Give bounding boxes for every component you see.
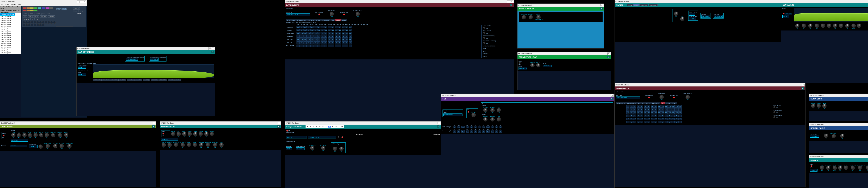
- close-button[interactable]: ×: [608, 52, 610, 55]
- color-button[interactable]: [34, 10, 37, 11]
- seq-cell[interactable]: 0: [647, 121, 650, 123]
- seq-cell[interactable]: 100: [647, 105, 650, 108]
- knob-hicut1[interactable]: [162, 143, 166, 147]
- eq2-on-select[interactable]: ON: [782, 15, 789, 18]
- seq-cell[interactable]: 0: [664, 115, 668, 117]
- seq-cell[interactable]: 100: [675, 105, 678, 108]
- seq-cell[interactable]: -24: [331, 29, 334, 31]
- seq-cell[interactable]: -24: [338, 29, 341, 31]
- seq-cell[interactable]: 0: [668, 115, 671, 117]
- seq-step[interactable]: [34, 24, 36, 26]
- assign-num[interactable]: 8: [328, 126, 331, 127]
- seq-step[interactable]: [39, 21, 42, 24]
- knob-hidamp2[interactable]: [199, 143, 203, 147]
- minimize-button[interactable]: —: [77, 1, 80, 3]
- seq-cell[interactable]: 100: [668, 111, 671, 114]
- color-button[interactable]: [30, 7, 34, 9]
- master-tab-patchmidi[interactable]: Patch Midi: [640, 4, 648, 6]
- seq-cell[interactable]: 0: [640, 108, 643, 111]
- seq-cell[interactable]: 100: [345, 32, 348, 35]
- seq-cell[interactable]: 0: [630, 115, 633, 117]
- seq-cell[interactable]: 100: [321, 38, 324, 41]
- chain-tab[interactable]: ALT TUNE: [637, 102, 645, 104]
- seq-cell[interactable]: 0: [345, 41, 348, 44]
- seq-cell[interactable]: 0: [672, 121, 675, 123]
- seq-cell[interactable]: 0: [633, 115, 637, 117]
- knob-time1[interactable]: [177, 132, 181, 136]
- harmony-cell[interactable]: +C: [474, 130, 477, 133]
- knob-predelay[interactable]: [826, 166, 830, 170]
- seq-cell[interactable]: [314, 44, 317, 47]
- seq-cell[interactable]: 100: [658, 105, 661, 108]
- reverb-type-select[interactable]: PLATE: [810, 169, 817, 172]
- knob-release[interactable]: [529, 15, 533, 19]
- seq-cell[interactable]: 100: [664, 111, 668, 114]
- patch-item[interactable]: U02-3 Init patch: [0, 27, 21, 29]
- seq-cell[interactable]: 100: [349, 32, 352, 35]
- seq-cell[interactable]: 100: [310, 38, 313, 41]
- knob-directlvl[interactable]: [213, 143, 217, 147]
- seq-cell[interactable]: 100: [672, 105, 675, 108]
- patch-item[interactable]: U04-2 Init patch: [0, 40, 21, 42]
- seq-cell[interactable]: 0: [310, 35, 313, 38]
- inst-level-knob[interactable]: [686, 95, 690, 99]
- knob-level2[interactable]: [210, 132, 214, 136]
- seq-cell[interactable]: 100: [633, 105, 637, 108]
- seq-cell[interactable]: 0: [647, 108, 650, 111]
- knob-fback1[interactable]: [182, 132, 186, 136]
- seq-cell[interactable]: 0: [658, 115, 661, 117]
- tempo-hold-select[interactable]: OFF: [689, 13, 695, 15]
- seq-cell[interactable]: 0: [321, 41, 324, 44]
- seq-cell[interactable]: 100: [640, 105, 643, 108]
- seq-cell[interactable]: 24: [297, 26, 300, 28]
- color-button[interactable]: [30, 10, 34, 11]
- assign-led[interactable]: [286, 130, 288, 132]
- harmony-cell[interactable]: +C: [478, 130, 481, 133]
- seq-cell[interactable]: 24: [335, 26, 338, 28]
- harmony-cell[interactable]: +C: [487, 126, 490, 128]
- seq-cell[interactable]: 0: [661, 121, 664, 123]
- harmony-cell[interactable]: +C: [499, 126, 502, 128]
- seq-cell[interactable]: -24: [345, 29, 348, 31]
- knob-locut2[interactable]: [193, 143, 197, 147]
- color-button[interactable]: [49, 7, 53, 9]
- stereo-link-select[interactable]: ON: [78, 66, 86, 69]
- knob-level[interactable]: [497, 117, 501, 121]
- amp-type-select[interactable]: NATURAL: [10, 139, 28, 142]
- patch-item[interactable]: U01-2 Init patch: [0, 17, 21, 20]
- seq-cell[interactable]: 0: [668, 121, 671, 123]
- close-button[interactable]: ×: [600, 4, 603, 6]
- seq-cell[interactable]: 100: [626, 118, 629, 120]
- knob-retlvl[interactable]: [536, 63, 540, 67]
- intensity-knob[interactable]: [471, 113, 476, 117]
- knob-sendlvl[interactable]: [530, 63, 534, 67]
- knob-miclevel[interactable]: [60, 144, 64, 148]
- assign-num[interactable]: 7: [324, 126, 328, 127]
- knob-mictype[interactable]: [53, 144, 57, 148]
- seq-cell[interactable]: -24: [342, 29, 345, 31]
- peak-button[interactable]: Peak: [73, 10, 79, 12]
- knob-delay2[interactable]: [188, 132, 192, 136]
- seq-cell[interactable]: 100: [637, 118, 640, 120]
- color-button[interactable]: [42, 7, 45, 9]
- seq-step[interactable]: [53, 21, 56, 24]
- seq-cell[interactable]: 100: [626, 105, 629, 108]
- seq-cell[interactable]: 0: [637, 115, 640, 117]
- seq-cell[interactable]: 100: [654, 105, 657, 108]
- seq-cell[interactable]: 24: [328, 26, 331, 28]
- seq-step[interactable]: [31, 21, 33, 24]
- knob-lomidq[interactable]: [815, 24, 819, 28]
- seq-step[interactable]: [28, 24, 31, 26]
- seq-cell[interactable]: 100: [297, 32, 300, 35]
- close-button[interactable]: ×: [611, 94, 614, 97]
- seq-cell[interactable]: 0: [304, 41, 307, 44]
- bpm-knob[interactable]: [674, 12, 678, 16]
- seq-cell[interactable]: 100: [328, 32, 331, 35]
- inst-switch-led[interactable]: [648, 97, 650, 99]
- seq-step[interactable]: [42, 24, 44, 26]
- knob-feedback[interactable]: [490, 108, 495, 112]
- harmony-cell[interactable]: +C: [461, 130, 465, 133]
- seq-cell[interactable]: 0: [644, 108, 647, 111]
- knob-cablesim[interactable]: [832, 134, 836, 138]
- eq-tab[interactable]: HI-MID Q: [143, 79, 150, 81]
